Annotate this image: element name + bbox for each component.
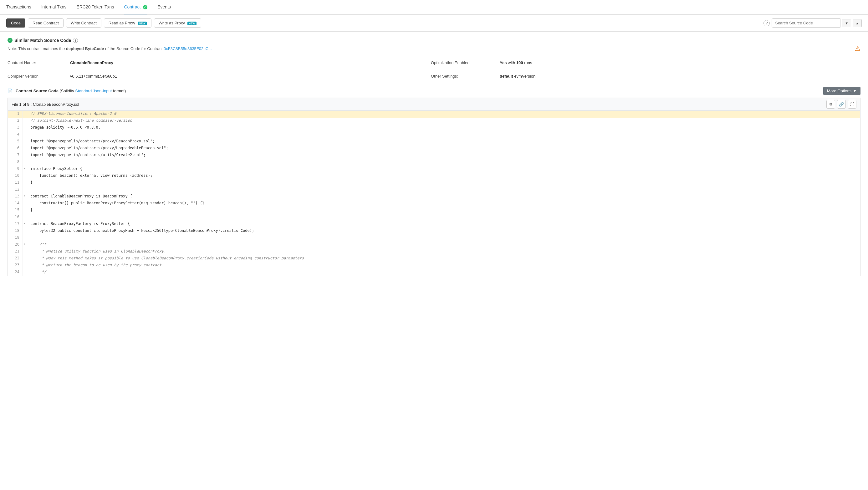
deployed-bytecode-bold: deployed ByteCode [66, 46, 104, 51]
fold-icon [23, 125, 28, 131]
contract-name-label: Contract Name: [7, 59, 70, 67]
fold-icon [23, 200, 28, 207]
code-tab-button[interactable]: Code [6, 19, 25, 28]
line-number: 9 [8, 166, 23, 173]
source-code-section: 📄 Contract Source Code (Solidity Standar… [7, 87, 861, 276]
code-content: } [28, 207, 35, 214]
write-proxy-new-badge: NEW [187, 22, 196, 25]
line-number: 18 [8, 228, 23, 235]
code-content: function beacon() external view returns … [28, 173, 155, 180]
code-line: 17▾contract BeaconProxyFactory is ProxyS… [8, 221, 860, 228]
code-content [28, 186, 33, 193]
write-as-proxy-button[interactable]: Write as Proxy NEW [154, 19, 201, 28]
nav-events[interactable]: Events [157, 0, 171, 14]
compiler-label: Compiler Version [7, 72, 70, 81]
search-expand-button[interactable]: ▼ [842, 19, 851, 27]
code-line: 11 } [8, 180, 860, 186]
code-line: 8 [8, 159, 860, 166]
other-settings-value: default evmVersion [500, 72, 861, 81]
search-source-area: ? ▼ ▲ [764, 19, 862, 28]
sub-nav: Code Read Contract Write Contract Read a… [0, 15, 868, 32]
link-code-button[interactable]: 🔗 [837, 100, 846, 109]
code-line: 22 * @dev this method makes it possible … [8, 255, 860, 262]
code-content: import "@openzeppelin/contracts/proxy/Up… [28, 145, 171, 152]
code-line: 2 // solhint-disable-next-line compiler-… [8, 118, 860, 125]
line-number: 7 [8, 152, 23, 159]
nav-transactions[interactable]: Transactions [6, 0, 31, 14]
code-line: 1 // SPDX-License-Identifier: Apache-2.0 [8, 111, 860, 118]
code-line: 10 function beacon() external view retur… [8, 173, 860, 180]
contract-name-value: ClonableBeaconProxy [70, 59, 431, 67]
contract-metadata: Contract Name: ClonableBeaconProxy Optim… [7, 59, 861, 81]
similar-match-check-icon: ✓ [7, 38, 12, 43]
file-icon: 📄 [7, 89, 12, 93]
fold-icon[interactable]: ▾ [23, 242, 28, 248]
line-number: 23 [8, 262, 23, 269]
code-line: 4 [8, 131, 860, 138]
line-number: 2 [8, 118, 23, 125]
nav-internal-txns[interactable]: Internal Txns [41, 0, 67, 14]
contract-address-link[interactable]: 0xF3C8B55d3635F02cC... [164, 46, 212, 51]
code-content: constructor() public BeaconProxy(ProxySe… [28, 200, 207, 207]
code-line: 12 [8, 186, 860, 193]
code-content [28, 159, 33, 166]
fold-icon [23, 173, 28, 180]
code-content: * @dev this method makes it possible to … [28, 255, 306, 262]
file-actions: ⧉ 🔗 ⛶ [826, 100, 857, 109]
line-number: 14 [8, 200, 23, 207]
copy-code-button[interactable]: ⧉ [826, 100, 835, 109]
more-options-button[interactable]: More Options ▼ [823, 87, 861, 95]
fold-icon [23, 118, 28, 125]
similar-match-note-text: Note: This contract matches the deployed… [7, 46, 212, 51]
code-content: */ [28, 269, 49, 276]
fold-icon [23, 207, 28, 214]
code-content: pragma solidity >=0.6.0 <0.8.0; [28, 125, 103, 131]
line-number: 8 [8, 159, 23, 166]
warning-icon: ⚠ [855, 45, 861, 52]
code-content: import "@openzeppelin/contracts/proxy/Be… [28, 138, 157, 145]
standard-json-link[interactable]: Standard Json-Input [75, 89, 112, 93]
code-content: contract BeaconProxyFactory is ProxySett… [28, 221, 132, 228]
line-number: 19 [8, 235, 23, 242]
line-number: 3 [8, 125, 23, 131]
fold-icon [23, 145, 28, 152]
other-settings-label: Other Settings: [431, 72, 500, 81]
similar-match-help-icon[interactable]: ? [73, 38, 78, 43]
code-line: 5 import "@openzeppelin/contracts/proxy/… [8, 138, 860, 145]
code-content: contract ClonableBeaconProxy is BeaconPr… [28, 193, 134, 200]
source-code-header: 📄 Contract Source Code (Solidity Standar… [7, 87, 861, 95]
fold-icon [23, 180, 28, 186]
fold-icon [23, 214, 28, 221]
line-number: 21 [8, 248, 23, 255]
expand-code-button[interactable]: ⛶ [848, 100, 857, 109]
line-number: 10 [8, 173, 23, 180]
write-contract-button[interactable]: Write Contract [66, 19, 101, 28]
search-collapse-button[interactable]: ▲ [853, 19, 862, 27]
fold-icon [23, 111, 28, 118]
nav-erc20-token-txns[interactable]: ERC20 Token Txns [76, 0, 114, 14]
code-line: 14 constructor() public BeaconProxy(Prox… [8, 200, 860, 207]
code-viewer[interactable]: 1 // SPDX-License-Identifier: Apache-2.0… [7, 111, 861, 276]
nav-contract[interactable]: Contract [124, 0, 147, 14]
code-line: 13▾contract ClonableBeaconProxy is Beaco… [8, 193, 860, 200]
fold-icon[interactable]: ▾ [23, 193, 28, 200]
code-content: bytes32 public constant cloneableProxyHa… [28, 228, 256, 235]
fold-icon[interactable]: ▾ [23, 221, 28, 228]
similar-match-note: Note: This contract matches the deployed… [7, 45, 861, 52]
read-contract-button[interactable]: Read Contract [28, 19, 64, 28]
code-line: 21 * @notice utility function used in Cl… [8, 248, 860, 255]
search-source-input[interactable] [772, 19, 840, 28]
fold-icon [23, 159, 28, 166]
line-number: 15 [8, 207, 23, 214]
similar-match-title: ✓ Similar Match Source Code ? [7, 38, 861, 43]
code-content: /** [28, 242, 49, 248]
fold-icon[interactable]: ▾ [23, 166, 28, 173]
optimization-label: Optimization Enabled: [431, 59, 500, 67]
code-content [28, 235, 33, 242]
code-content: import "@openzeppelin/contracts/utils/Cr… [28, 152, 148, 159]
code-content: // SPDX-License-Identifier: Apache-2.0 [28, 111, 119, 118]
read-as-proxy-button[interactable]: Read as Proxy NEW [104, 19, 151, 28]
contract-verified-icon [143, 5, 147, 9]
similar-match-section: ✓ Similar Match Source Code ? Note: This… [7, 38, 861, 52]
help-icon[interactable]: ? [764, 20, 770, 26]
